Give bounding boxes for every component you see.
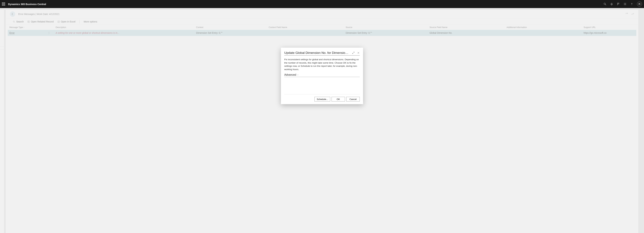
bell-icon[interactable] [610, 2, 613, 6]
dialog-footer: Schedule... OK Cancel [284, 97, 360, 102]
advanced-section[interactable]: Advanced [284, 73, 360, 77]
cancel-button[interactable]: Cancel [346, 97, 360, 102]
brand-label: Dynamics 365 Business Central [8, 3, 46, 6]
expand-icon[interactable] [352, 52, 355, 54]
gear-icon[interactable] [624, 2, 626, 6]
search-icon[interactable] [604, 2, 606, 6]
dialog: Update Global Dimension No. for Dimensio… [281, 48, 363, 104]
svg-line-1 [605, 4, 606, 5]
modal-overlay [0, 8, 644, 233]
topbar: Dynamics 365 Business Central IK [0, 0, 644, 8]
dialog-spacer [284, 79, 360, 94]
app-launcher-icon[interactable] [2, 2, 5, 6]
dialog-header: Update Global Dimension No. for Dimensio… [284, 51, 360, 56]
flag-icon[interactable] [617, 2, 620, 6]
avatar[interactable]: IK [637, 2, 642, 6]
topbar-right: IK [604, 2, 642, 6]
ok-button[interactable]: OK [332, 97, 345, 102]
schedule-button[interactable]: Schedule... [314, 97, 330, 102]
dialog-title: Update Global Dimension No. for Dimensio… [284, 51, 350, 55]
dialog-body: Fix inconsistent settings for global and… [284, 58, 360, 71]
advanced-label: Advanced [284, 73, 296, 76]
help-icon[interactable] [630, 2, 633, 6]
close-icon[interactable] [357, 52, 360, 54]
topbar-left: Dynamics 365 Business Central [2, 2, 46, 6]
svg-point-0 [604, 3, 606, 4]
dialog-inner: Update Global Dimension No. for Dimensio… [281, 48, 363, 104]
page: Error Messages | Work Date: 4/12/2021 Se… [0, 8, 644, 233]
svg-point-2 [625, 4, 626, 4]
chevron-right-icon [297, 74, 299, 76]
